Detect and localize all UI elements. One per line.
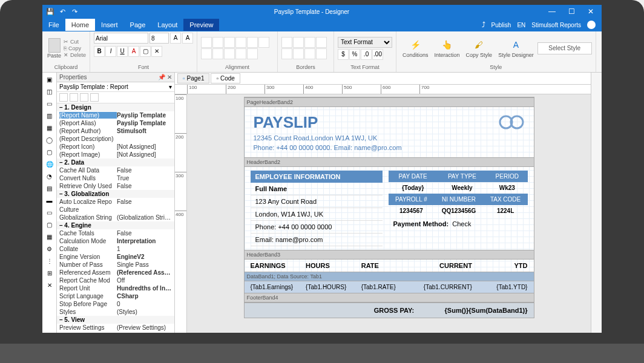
props-row[interactable]: Cache All DataFalse [57, 166, 174, 174]
align-top-left[interactable] [201, 37, 212, 48]
cut-button[interactable]: ✂Cut [64, 39, 86, 45]
pay-info-table-1[interactable]: PAY DATEPAY TYPEPERIOD {Today}WeeklyWk23 [389, 171, 528, 194]
currency-button[interactable]: $ [338, 49, 349, 60]
band-data1[interactable]: DataBand1; Data Source: Tab1 [245, 272, 534, 281]
fill-color-button[interactable]: ▢ [140, 46, 151, 57]
settings-tool[interactable]: ⚙ [44, 243, 56, 254]
table-tool[interactable]: ▦ [44, 231, 56, 242]
band-header3[interactable]: HeaderBand3 [245, 250, 534, 260]
props-row[interactable]: Globalization String(Globalization Strin… [57, 214, 174, 221]
payment-method[interactable]: Payment Method: Check [389, 217, 528, 227]
filter-button[interactable] [80, 93, 88, 102]
emp-email[interactable]: Email: name@pro.com [251, 234, 383, 246]
font-grow-button[interactable]: A [170, 33, 181, 44]
paste-button[interactable]: Paste [46, 37, 62, 60]
props-row[interactable]: Cache TotalsFalse [57, 229, 174, 237]
border-all[interactable] [281, 37, 292, 48]
border-color[interactable] [304, 48, 315, 59]
text-tool[interactable]: ▭ [44, 98, 56, 109]
props-row[interactable]: (Report Name)Payslip Template [57, 111, 174, 119]
border-style[interactable] [316, 48, 327, 59]
earnings-header-row[interactable]: EARNINGS HOURS RATE CURRENT YTD [245, 260, 534, 272]
props-row[interactable]: Number of PassSingle Pass [57, 261, 174, 269]
align-bot-right[interactable] [224, 48, 235, 59]
font-color-button[interactable]: A [128, 46, 139, 57]
decimal-inc-button[interactable]: .0 [361, 49, 372, 60]
company-address[interactable]: 12345 Count Road,London W1A 1WJ, UK [254, 134, 402, 142]
properties-selector[interactable]: Payslip Template : Report ▾ [57, 82, 174, 92]
pay-info-table-2[interactable]: PAYROLL #NI NUMBERTAX CODE 1234567QQ1234… [389, 194, 528, 217]
align-top-center[interactable] [212, 37, 223, 48]
percent-button[interactable]: % [349, 49, 360, 60]
props-row[interactable]: Referenced Assem(Referenced Assemblies) [57, 269, 174, 276]
props-group[interactable]: – 4. Engine [57, 221, 174, 229]
tab-code[interactable]: ▫Code [211, 73, 240, 83]
align-mid-right[interactable] [258, 37, 269, 48]
props-row[interactable]: Collate1 [57, 245, 174, 253]
map-tool[interactable]: ▤ [44, 183, 56, 194]
band-header2[interactable]: HeaderBand2 [245, 157, 534, 167]
component-tool[interactable]: ▢ [44, 219, 56, 230]
tab-page1[interactable]: ▫Page1 [177, 73, 209, 83]
text-format-select[interactable]: Text Format [338, 37, 392, 48]
minimize-button[interactable]: — [544, 7, 560, 16]
pointer-tool[interactable]: ▣ [44, 74, 56, 85]
props-row[interactable]: (Report Author)Stimulsoft [57, 127, 174, 135]
props-row[interactable]: Engine VersionEngineV2 [57, 253, 174, 261]
cross-band-tool[interactable]: ▭ [44, 207, 56, 218]
align-top-right[interactable] [224, 37, 235, 48]
props-row[interactable]: Convert NullsTrue [57, 174, 174, 182]
props-row[interactable]: Preview Settings(Preview Settings) [57, 324, 174, 332]
design-canvas[interactable]: PageHeaderBand2 PAYSLIP 12345 Count Road… [187, 94, 591, 333]
align-mid-left[interactable] [235, 37, 246, 48]
band-footer4[interactable]: FooterBand4 [245, 293, 534, 302]
props-group[interactable]: – 1. Design [57, 103, 174, 111]
company-logo[interactable] [498, 113, 525, 131]
panel-close-icon[interactable]: ✕ [167, 74, 172, 80]
text-wrap[interactable] [247, 48, 258, 59]
menu-preview[interactable]: Preview [183, 19, 219, 31]
props-row[interactable]: Script LanguageCSharp [57, 292, 174, 300]
band-pageheader[interactable]: PageHeaderBand2 [245, 97, 534, 107]
emp-addr2[interactable]: London, W1A 1WJ, UK [251, 208, 383, 221]
props-group[interactable]: – 2. Data [57, 159, 174, 166]
menu-layout[interactable]: Layout [151, 19, 183, 31]
db-tool[interactable]: ⊞ [44, 267, 56, 278]
copy-style-button[interactable]: 🖌 Copy Style [464, 39, 495, 58]
barcode-tool[interactable]: ▦ [44, 122, 56, 133]
close-button[interactable]: ✕ [582, 7, 599, 16]
align-bot-center[interactable] [212, 48, 223, 59]
undo-icon[interactable]: ↶ [58, 7, 67, 16]
props-group[interactable]: – 5. View [57, 316, 174, 324]
props-row[interactable]: Report Cache ModOff [57, 276, 174, 284]
company-contact[interactable]: Phone: +44 00 0000 0000. Email: name@pro… [254, 144, 402, 151]
publish-button[interactable]: Publish [491, 22, 511, 28]
properties-tree[interactable]: – 1. Design(Report Name)Payslip Template… [57, 103, 174, 333]
delete-button[interactable]: ✕Delete [64, 52, 86, 58]
tools-tool[interactable]: ✕ [44, 280, 56, 290]
border-bottom[interactable] [293, 48, 304, 59]
maximize-button[interactable]: ☐ [563, 7, 580, 16]
more-tool[interactable]: ⋮ [44, 255, 56, 266]
font-name-select[interactable] [94, 33, 148, 44]
props-row[interactable]: Culture [57, 206, 174, 214]
emp-info-header[interactable]: EMPLOYEE INFORMATION [251, 171, 383, 183]
data-row[interactable]: {Tab1.Earnings} {Tab1.HOURS} {Tab1.RATE}… [245, 281, 534, 293]
text-rotate[interactable] [235, 48, 246, 59]
bold-button[interactable]: B [94, 46, 105, 57]
lang-selector[interactable]: EN [517, 22, 525, 28]
conditions-button[interactable]: ⚡ Conditions [400, 39, 431, 58]
props-row[interactable]: (Report Description) [57, 135, 174, 143]
props-row[interactable]: Stop Before Page0 [57, 300, 174, 308]
props-row[interactable]: Report UnitHundredths of Inch [57, 284, 174, 292]
menu-page[interactable]: Page [124, 19, 152, 31]
props-row[interactable]: Retrieve Only UsedFalse [57, 182, 174, 190]
gauge-tool[interactable]: ◔ [44, 171, 56, 182]
props-row[interactable]: (Report Alias)Payslip Template [57, 119, 174, 127]
sort-button[interactable] [70, 93, 78, 102]
report-band-tool[interactable]: ▬ [44, 195, 56, 206]
panel-tool[interactable]: ▢ [44, 146, 56, 157]
props-row[interactable]: Styles(Styles) [57, 308, 174, 316]
user-avatar[interactable] [587, 21, 596, 29]
props-group[interactable]: – 3. Globalization [57, 190, 174, 198]
